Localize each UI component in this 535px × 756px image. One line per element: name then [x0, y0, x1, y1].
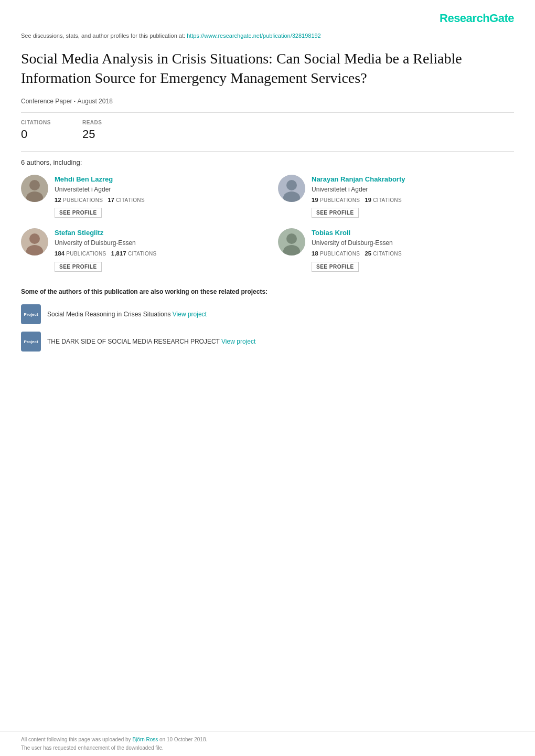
citations-stat: CITATIONS 0	[21, 119, 51, 143]
project-view-link-2[interactable]: View project	[221, 338, 255, 345]
project-item-1: Project Social Media Reasoning in Crises…	[21, 304, 514, 324]
author-stats-4: 18 PUBLICATIONS 25 CITATIONS	[312, 250, 514, 258]
author-stats-2: 19 PUBLICATIONS 19 CITATIONS	[312, 196, 514, 204]
divider	[21, 112, 514, 113]
author-stats-3: 184 PUBLICATIONS 1,817 CITATIONS	[55, 250, 257, 258]
author-info-1: Mehdi Ben Lazreg Universitetet i Agder 1…	[55, 175, 257, 218]
author-info-2: Narayan Ranjan Chakraborty Universitetet…	[312, 175, 514, 218]
author-institution-1: Universitetet i Agder	[55, 185, 257, 194]
author-name-3[interactable]: Stefan Stieglitz	[55, 228, 257, 238]
authors-heading: 6 authors, including:	[21, 158, 514, 167]
svg-point-4	[286, 180, 297, 190]
see-discussions-bar: See discussions, stats, and author profi…	[21, 32, 514, 40]
stats-row: CITATIONS 0 READS 25	[21, 119, 514, 143]
reads-stat: READS 25	[82, 119, 102, 143]
author-card-1: Mehdi Ben Lazreg Universitetet i Agder 1…	[21, 175, 257, 218]
researchgate-logo: ResearchGate	[440, 10, 514, 27]
project-item-2: Project THE DARK SIDE OF SOCIAL MEDIA RE…	[21, 332, 514, 352]
author-stats-1: 12 PUBLICATIONS 17 CITATIONS	[55, 196, 257, 204]
author-card-2: Narayan Ranjan Chakraborty Universitetet…	[278, 175, 514, 218]
citations-value: 0	[21, 126, 51, 143]
divider-2	[21, 151, 514, 152]
project-badge-2: Project	[21, 332, 41, 352]
author-name-1[interactable]: Mehdi Ben Lazreg	[55, 175, 257, 184]
author-avatar-4	[278, 228, 305, 255]
paper-type: Conference Paper · August 2018	[21, 97, 514, 106]
see-profile-button-1[interactable]: SEE PROFILE	[55, 208, 102, 218]
project-text-2: THE DARK SIDE OF SOCIAL MEDIA RESEARCH P…	[47, 337, 255, 346]
svg-point-1	[29, 180, 40, 190]
author-name-2[interactable]: Narayan Ranjan Chakraborty	[312, 175, 514, 184]
see-profile-button-4[interactable]: SEE PROFILE	[312, 262, 359, 272]
author-info-3: Stefan Stieglitz University of Duisburg-…	[55, 228, 257, 271]
related-projects-heading: Some of the authors of this publication …	[21, 288, 514, 296]
project-badge-1: Project	[21, 304, 41, 324]
project-text-1: Social Media Reasoning in Crises Situati…	[47, 310, 207, 319]
author-card-3: Stefan Stieglitz University of Duisburg-…	[21, 228, 257, 271]
author-avatar-1	[21, 175, 48, 202]
reads-value: 25	[82, 126, 102, 143]
author-avatar-3	[21, 228, 48, 255]
author-avatar-2	[278, 175, 305, 202]
top-bar: ResearchGate	[21, 10, 514, 27]
author-institution-2: Universitetet i Agder	[312, 185, 514, 194]
author-card-4: Tobias Kroll University of Duisburg-Esse…	[278, 228, 514, 271]
author-institution-4: University of Duisburg-Essen	[312, 239, 514, 248]
see-profile-button-2[interactable]: SEE PROFILE	[312, 208, 359, 218]
see-profile-button-3[interactable]: SEE PROFILE	[55, 262, 102, 272]
author-info-4: Tobias Kroll University of Duisburg-Esse…	[312, 228, 514, 271]
svg-point-7	[29, 233, 40, 244]
svg-point-10	[286, 233, 297, 244]
publication-url-link[interactable]: https://www.researchgate.net/publication…	[187, 33, 321, 39]
authors-grid: Mehdi Ben Lazreg Universitetet i Agder 1…	[21, 175, 514, 272]
paper-title: Social Media Analysis in Crisis Situatio…	[21, 49, 514, 88]
reads-label: READS	[82, 119, 102, 126]
citations-label: CITATIONS	[21, 119, 51, 126]
author-institution-3: University of Duisburg-Essen	[55, 239, 257, 248]
project-view-link-1[interactable]: View project	[173, 311, 207, 318]
author-name-4[interactable]: Tobias Kroll	[312, 228, 514, 238]
